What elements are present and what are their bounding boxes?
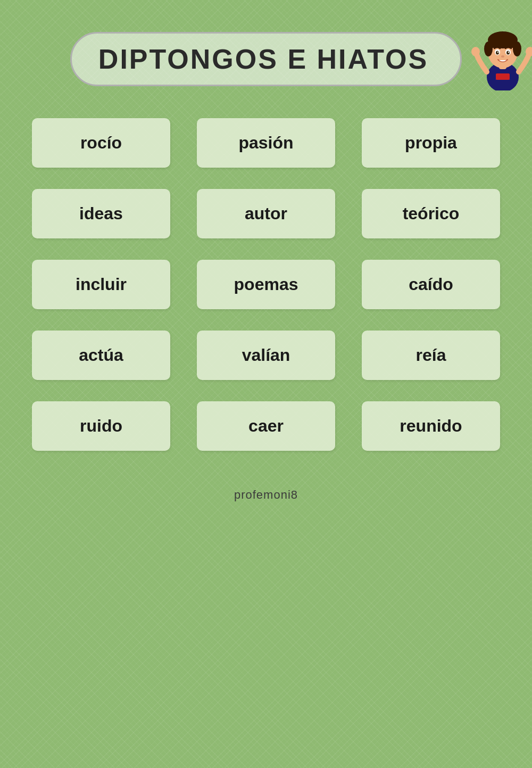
word-text: caer (248, 416, 284, 436)
svg-point-14 (471, 47, 480, 56)
word-card[interactable]: actúa (32, 331, 170, 380)
word-card[interactable]: ideas (32, 189, 170, 238)
word-text: actúa (79, 345, 123, 365)
word-text: autor (245, 204, 287, 224)
word-text: ideas (79, 204, 123, 224)
svg-rect-16 (496, 73, 510, 80)
word-text: valían (242, 345, 290, 365)
word-text: poemas (234, 275, 298, 294)
word-card[interactable]: caído (362, 260, 500, 309)
word-text: propia (405, 133, 457, 153)
word-text: rocío (80, 133, 122, 153)
svg-point-10 (506, 51, 510, 55)
word-card[interactable]: caer (197, 401, 335, 451)
word-card[interactable]: ruido (32, 401, 170, 451)
word-card[interactable]: teórico (362, 189, 500, 238)
word-card[interactable]: reunido (362, 401, 500, 451)
word-text: reunido (400, 416, 462, 436)
word-card[interactable]: reía (362, 331, 500, 380)
svg-point-11 (497, 52, 498, 53)
word-text: caído (409, 275, 453, 294)
svg-point-12 (508, 52, 509, 53)
word-text: incluir (76, 275, 127, 294)
word-text: ruido (80, 416, 122, 436)
word-text: reía (416, 345, 446, 365)
word-card[interactable]: propia (362, 118, 500, 168)
word-card[interactable]: incluir (32, 260, 170, 309)
footer-attribution: profemoni8 (234, 488, 298, 502)
word-text: pasión (238, 133, 293, 153)
word-card[interactable]: poemas (197, 260, 335, 309)
svg-rect-6 (488, 42, 518, 48)
word-card[interactable]: autor (197, 189, 335, 238)
word-text: teórico (403, 204, 460, 224)
svg-point-13 (501, 55, 504, 57)
title-oval: DIPTONGOS E HIATOS (70, 32, 462, 86)
word-card[interactable]: pasión (197, 118, 335, 168)
page-title: DIPTONGOS E HIATOS (98, 43, 428, 75)
svg-point-9 (496, 51, 499, 55)
avatar (468, 16, 532, 90)
words-grid: rocíopasiónpropiaideasautorteóricoinclui… (32, 118, 500, 451)
title-section: DIPTONGOS E HIATOS (32, 32, 500, 86)
word-card[interactable]: valían (197, 331, 335, 380)
word-card[interactable]: rocío (32, 118, 170, 168)
